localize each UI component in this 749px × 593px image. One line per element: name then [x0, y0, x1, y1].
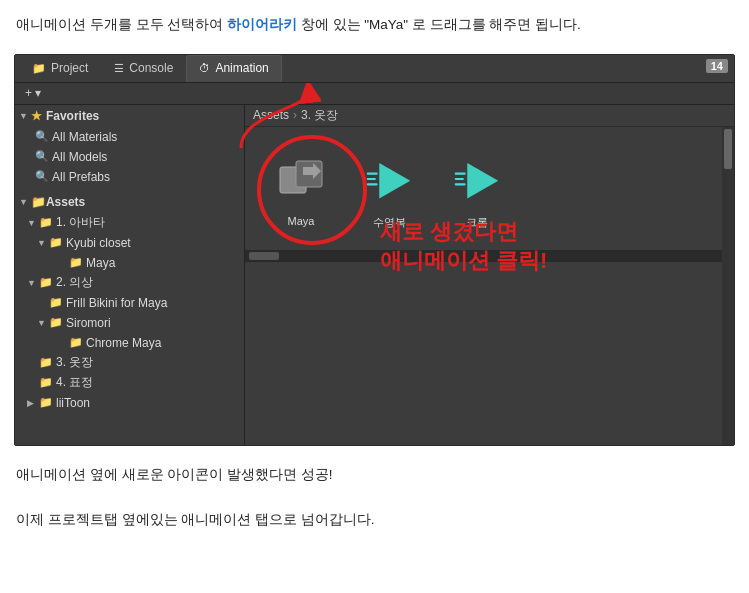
expression-arrow: ▶: [27, 378, 37, 388]
tab-bar: 📁 Project ☰ Console ⏱ Animation 14: [15, 55, 734, 83]
maya-icon-wrap: [269, 147, 333, 211]
tree-item-siromori[interactable]: ▼ 📁 Siromori: [15, 313, 244, 333]
tree-item-avatar[interactable]: ▼ 📁 1. 아바타: [15, 213, 244, 233]
tab-project-label: Project: [51, 61, 88, 75]
scroll-thumb: [724, 129, 732, 169]
top-text-highlight: 하이어라키: [227, 17, 297, 32]
chrome-icon-wrap: [445, 147, 509, 211]
assets-label: Assets: [46, 195, 85, 209]
vertical-scrollbar[interactable]: [722, 127, 734, 445]
liitoon-folder-icon: 📁: [39, 396, 53, 409]
siromori-folder-icon: 📁: [49, 316, 63, 329]
kyubi-folder-icon: 📁: [49, 236, 63, 249]
tree-item-chrome-maya[interactable]: ▶ 📁 Chrome Maya: [15, 333, 244, 353]
tree-item-liitoon[interactable]: ▶ 📁 liiToon: [15, 393, 244, 413]
svg-marker-9: [467, 163, 498, 198]
plus-label: +: [25, 86, 32, 100]
unity-editor-panel: 📁 Project ☰ Console ⏱ Animation 14: [14, 54, 735, 446]
top-instruction: 애니메이션 두개를 모두 선택하여 하이어라키 창에 있는 "MaYa" 로 드…: [0, 0, 749, 46]
favorites-label: Favorites: [46, 109, 99, 123]
dropdown-arrow: ▾: [35, 86, 41, 100]
favorites-star: ★: [31, 109, 42, 123]
chrome-arrow: ▶: [57, 338, 67, 348]
tree-item-costume[interactable]: ▼ 📁 2. 의상: [15, 273, 244, 293]
chrome-label: 크롬: [466, 215, 488, 230]
chrome-triangle-icon: [454, 156, 500, 202]
frill-folder-icon: 📁: [49, 296, 63, 309]
top-text-part1: 애니메이션 두개를 모두 선택하여: [16, 17, 227, 32]
maya-animation-icon: [275, 153, 327, 205]
fav-all-materials[interactable]: 🔍 All Materials: [15, 127, 244, 147]
asset-swimsuit[interactable]: 수영복: [349, 147, 429, 230]
tab-console-label: Console: [129, 61, 173, 75]
tree-item-wardrobe[interactable]: ▶ 📁 3. 옷장: [15, 353, 244, 373]
assets-header[interactable]: ▼ 📁 Assets: [15, 191, 244, 213]
swimsuit-label: 수영복: [373, 215, 406, 230]
frill-arrow: ▶: [37, 298, 47, 308]
tab-animation-label: Animation: [215, 61, 268, 75]
search-icon: 🔍: [35, 130, 49, 143]
asset-chrome[interactable]: 크롬: [437, 147, 517, 230]
clock-icon: ⏱: [199, 62, 210, 74]
asset-grid: Maya 수영복: [245, 127, 734, 250]
bottom-line1: 애니메이션 옆에 새로운 아이콘이 발생했다면 성공!: [16, 464, 733, 487]
panel-scroll-bottom: [245, 250, 734, 262]
panel-scroll-thumb: [249, 252, 279, 260]
maya-folder-icon: 📁: [69, 256, 83, 269]
wardrobe-arrow: ▶: [27, 358, 37, 368]
maya-arrow: ▶: [57, 258, 67, 268]
tab-console[interactable]: ☰ Console: [101, 55, 186, 82]
avatar-folder-icon: 📁: [39, 216, 53, 229]
costume-folder-icon: 📁: [39, 276, 53, 289]
breadcrumb-root: Assets: [253, 108, 289, 122]
bottom-line3: 이제 프로젝트탭 옆에있는 애니메이션 탭으로 넘어갑니다.: [16, 509, 733, 532]
chrome-folder-icon: 📁: [69, 336, 83, 349]
search-icon-2: 🔍: [35, 150, 49, 163]
avatar-arrow: ▼: [27, 218, 37, 228]
add-button[interactable]: + ▾: [21, 85, 45, 101]
assets-arrow: ▼: [19, 197, 28, 207]
tab-project[interactable]: 📁 Project: [19, 55, 101, 82]
costume-arrow: ▼: [27, 278, 37, 288]
tree-item-expression[interactable]: ▶ 📁 4. 표정: [15, 373, 244, 393]
console-icon: ☰: [114, 62, 124, 75]
maya-label: Maya: [288, 215, 315, 227]
tab-animation[interactable]: ⏱ Animation: [186, 55, 281, 82]
main-area: ▼ ★ Favorites 🔍 All Materials 🔍 All Mode…: [15, 105, 734, 445]
assets-folder-icon: 📁: [31, 195, 46, 209]
left-panel: ▼ ★ Favorites 🔍 All Materials 🔍 All Mode…: [15, 105, 245, 445]
breadcrumb-current: 3. 옷장: [301, 107, 338, 124]
kyubi-arrow: ▼: [37, 238, 47, 248]
favorites-arrow: ▼: [19, 111, 28, 121]
breadcrumb: Assets › 3. 옷장: [245, 105, 734, 127]
toolbar-row: + ▾: [15, 83, 734, 105]
swimsuit-triangle-icon: [366, 156, 412, 202]
swimsuit-icon-wrap: [357, 147, 421, 211]
search-icon-3: 🔍: [35, 170, 49, 183]
asset-maya[interactable]: Maya: [261, 147, 341, 227]
fav-all-prefabs[interactable]: 🔍 All Prefabs: [15, 167, 244, 187]
tree-item-maya[interactable]: ▶ 📁 Maya: [15, 253, 244, 273]
liitoon-arrow: ▶: [27, 398, 37, 408]
siromori-arrow: ▼: [37, 318, 47, 328]
fav-all-models[interactable]: 🔍 All Models: [15, 147, 244, 167]
favorites-header[interactable]: ▼ ★ Favorites: [15, 105, 244, 127]
folder-icon: 📁: [32, 62, 46, 75]
breadcrumb-sep: ›: [293, 108, 297, 122]
wardrobe-folder-icon: 📁: [39, 356, 53, 369]
expression-folder-icon: 📁: [39, 376, 53, 389]
svg-marker-5: [379, 163, 410, 198]
tree-item-kyubi[interactable]: ▼ 📁 Kyubi closet: [15, 233, 244, 253]
right-panel: Assets › 3. 옷장: [245, 105, 734, 445]
bottom-texts: 애니메이션 옆에 새로운 아이콘이 발생했다면 성공! 이제 프로젝트탭 옆에있…: [0, 454, 749, 543]
top-text-part2: 창에 있는 "MaYa" 로 드래그를 해주면 됩니다.: [297, 17, 581, 32]
tree-item-frill[interactable]: ▶ 📁 Frill Bikini for Maya: [15, 293, 244, 313]
notification-badge: 14: [706, 59, 728, 73]
